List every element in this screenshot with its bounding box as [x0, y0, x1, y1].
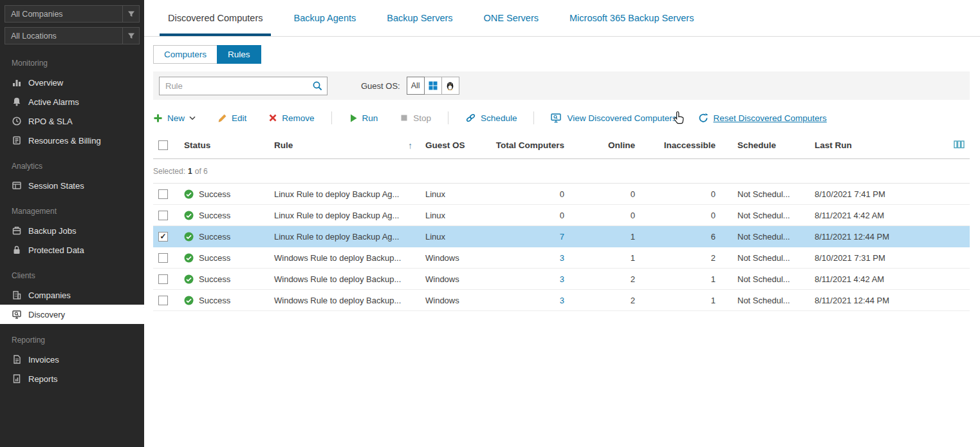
sidebar-item-backup-jobs[interactable]: Backup Jobs — [0, 221, 144, 240]
row-checkbox[interactable] — [158, 296, 168, 305]
search-icon[interactable] — [312, 81, 323, 93]
cell-inaccessible: 6 — [639, 232, 719, 242]
reset-discovered-computers-button[interactable]: Reset Discovered Computers — [698, 113, 826, 123]
remove-button[interactable]: Remove — [268, 113, 314, 123]
sidebar-item-companies[interactable]: Companies — [0, 285, 144, 305]
tab-backup-servers[interactable]: Backup Servers — [378, 0, 461, 36]
subtab-computers[interactable]: Computers — [153, 45, 217, 64]
guest-os-all-button[interactable]: All — [407, 77, 425, 95]
row-checkbox[interactable] — [158, 189, 168, 199]
run-button[interactable]: Run — [349, 113, 378, 123]
cell-schedule: Not Schedul... — [719, 189, 809, 199]
remove-x-icon — [268, 113, 277, 122]
sidebar-item-overview[interactable]: Overview — [0, 73, 144, 92]
column-header-online[interactable]: Online — [568, 140, 639, 150]
overview-icon — [12, 77, 22, 88]
table-row[interactable]: Success Windows Rule to deploy Backup...… — [153, 247, 970, 269]
sidebar-item-rpo-sla[interactable]: RPO & SLA — [0, 111, 144, 131]
row-checkbox[interactable] — [158, 253, 168, 263]
cell-rule: Windows Rule to deploy Backup... — [269, 296, 420, 305]
sidebar-item-label: Overview — [28, 78, 63, 88]
sidebar: All Companies All Locations Monitoring O… — [0, 0, 144, 447]
table-row[interactable]: Success Linux Rule to deploy Backup Ag..… — [153, 184, 970, 205]
total-computers-link[interactable]: 3 — [560, 253, 564, 263]
toolbar-separator — [533, 111, 534, 124]
column-header-total-computers[interactable]: Total Computers — [488, 140, 568, 150]
total-computers-link[interactable]: 3 — [560, 274, 564, 284]
success-icon — [184, 232, 194, 242]
row-checkbox[interactable] — [158, 274, 168, 284]
cell-rule: Linux Rule to deploy Backup Ag... — [269, 232, 420, 242]
schedule-button[interactable]: Schedule — [465, 113, 517, 123]
section-header-reporting: Reporting — [0, 324, 144, 350]
cell-rule: Linux Rule to deploy Backup Ag... — [269, 211, 420, 220]
location-filter-dropdown[interactable]: All Locations — [5, 27, 140, 44]
stop-square-icon — [400, 113, 409, 122]
selection-summary: Selected: 1 of 6 — [153, 159, 970, 184]
sort-ascending-icon[interactable] — [408, 140, 412, 151]
sidebar-filters: All Companies All Locations — [0, 0, 144, 47]
cell-schedule: Not Schedul... — [719, 253, 809, 263]
cell-inaccessible: 1 — [639, 296, 719, 305]
table-row-selected[interactable]: Success Linux Rule to deploy Backup Ag..… — [153, 226, 970, 247]
row-checkbox-checked[interactable] — [158, 232, 168, 242]
cell-last-run: 8/11/2021 12:44 PM — [809, 232, 941, 242]
sidebar-item-discovery[interactable]: Discovery — [0, 305, 144, 324]
cell-inaccessible: 0 — [639, 189, 719, 199]
column-header-status[interactable]: Status — [178, 140, 269, 150]
companies-icon — [12, 290, 22, 300]
sidebar-item-resources-billing[interactable]: Resources & Billing — [0, 131, 144, 150]
company-filter-funnel-icon[interactable] — [122, 6, 139, 22]
stop-button[interactable]: Stop — [400, 113, 431, 123]
location-filter-funnel-icon[interactable] — [122, 28, 139, 44]
sidebar-item-label: Session States — [28, 181, 84, 191]
table-row[interactable]: Success Linux Rule to deploy Backup Ag..… — [153, 205, 970, 226]
tab-discovered-computers[interactable]: Discovered Computers — [160, 0, 271, 36]
sidebar-item-protected-data[interactable]: Protected Data — [0, 240, 144, 260]
rule-search-input[interactable] — [159, 77, 328, 95]
tab-one-servers[interactable]: ONE Servers — [476, 0, 547, 36]
sidebar-item-session-states[interactable]: Session States — [0, 176, 144, 195]
sessions-icon — [12, 180, 22, 191]
column-header-rule[interactable]: Rule — [269, 140, 420, 151]
section-header-clients: Clients — [0, 260, 144, 285]
cell-last-run: 8/11/2021 12:44 PM — [809, 296, 941, 305]
toolbar-separator — [331, 111, 332, 124]
table-row[interactable]: Success Windows Rule to deploy Backup...… — [153, 290, 970, 311]
total-computers-link[interactable]: 3 — [560, 296, 564, 305]
actions-toolbar: New Edit Remove Run Stop — [153, 106, 970, 129]
cell-guest-os: Windows — [420, 274, 488, 284]
edit-button[interactable]: Edit — [217, 113, 246, 123]
sidebar-item-active-alarms[interactable]: Active Alarms — [0, 92, 144, 111]
view-discovered-computers-button[interactable]: View Discovered Computers — [551, 113, 676, 123]
billing-icon — [12, 135, 22, 146]
sidebar-item-label: Protected Data — [28, 245, 84, 255]
tab-m365-backup-servers[interactable]: Microsoft 365 Backup Servers — [561, 0, 702, 36]
cell-last-run: 8/10/2021 7:41 PM — [809, 189, 941, 199]
total-computers-link[interactable]: 7 — [560, 232, 564, 242]
search-box — [159, 77, 328, 95]
sidebar-item-reports[interactable]: Reports — [0, 369, 144, 388]
column-header-last-run[interactable]: Last Run — [809, 140, 941, 150]
company-filter-dropdown[interactable]: All Companies — [5, 5, 140, 23]
success-icon — [184, 296, 194, 305]
column-header-guest-os[interactable]: Guest OS — [420, 140, 488, 150]
guest-os-linux-button[interactable] — [441, 77, 459, 95]
main-content: Discovered Computers Backup Agents Backu… — [144, 0, 980, 447]
guest-os-windows-button[interactable] — [424, 77, 442, 95]
select-all-checkbox[interactable] — [158, 140, 168, 150]
column-header-schedule[interactable]: Schedule — [719, 140, 809, 150]
new-button[interactable]: New — [153, 113, 196, 123]
sidebar-item-label: Companies — [28, 290, 71, 300]
column-header-inaccessible[interactable]: Inaccessible — [639, 140, 719, 150]
sidebar-item-invoices[interactable]: Invoices — [0, 350, 144, 369]
tab-backup-agents[interactable]: Backup Agents — [285, 0, 364, 36]
subtab-rules[interactable]: Rules — [217, 45, 261, 64]
alarm-bell-icon — [12, 97, 22, 107]
cell-guest-os: Linux — [420, 189, 488, 199]
row-checkbox[interactable] — [158, 211, 168, 220]
reset-undo-icon — [698, 113, 708, 123]
table-row[interactable]: Success Windows Rule to deploy Backup...… — [153, 269, 970, 290]
sidebar-item-label: Active Alarms — [28, 97, 79, 107]
column-chooser-icon[interactable] — [954, 140, 965, 151]
